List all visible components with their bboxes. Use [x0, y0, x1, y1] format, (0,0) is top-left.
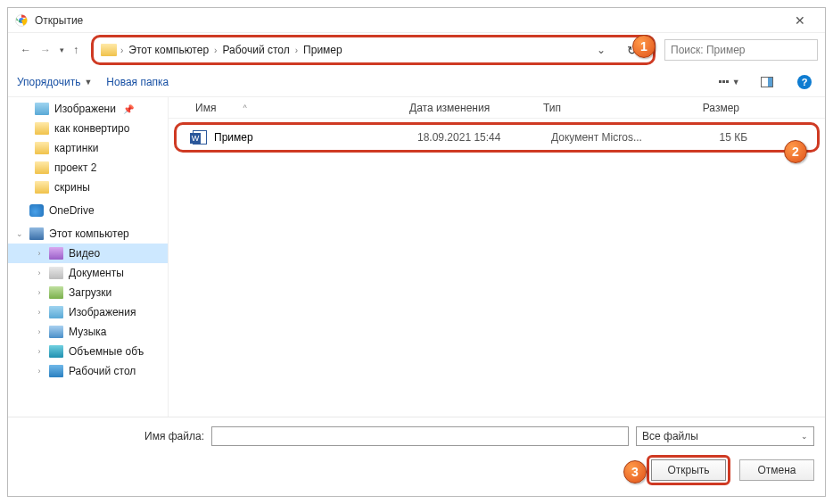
search-input[interactable]: Поиск: Пример: [664, 39, 818, 61]
file-area[interactable]: Пример 18.09.2021 15:44 Документ Micros.…: [169, 119, 825, 417]
video-icon: [49, 247, 63, 260]
folder-icon: [101, 44, 117, 56]
help-icon: ?: [797, 75, 812, 89]
new-folder-button[interactable]: Новая папка: [106, 76, 169, 88]
col-date[interactable]: Дата изменения: [409, 102, 543, 114]
word-doc-icon: [193, 130, 207, 145]
sidebar: Изображени📌 как конвертиро картинки прое…: [8, 97, 169, 417]
expand-icon[interactable]: ›: [35, 249, 44, 258]
open-button[interactable]: Открыть: [651, 459, 726, 481]
address-bar[interactable]: › Этот компьютер › Рабочий стол › Пример…: [94, 42, 653, 58]
sidebar-item[interactable]: как конвертиро: [8, 119, 168, 138]
footer: Имя файла: Все файлы⌄ Открыть Отмена: [8, 417, 825, 496]
3d-icon: [49, 345, 63, 358]
forward-button[interactable]: →: [40, 44, 51, 56]
open-button-highlight: Открыть: [647, 455, 730, 485]
callout-1: 1: [632, 35, 656, 58]
chevron-down-icon: ⌄: [801, 432, 808, 441]
sidebar-item[interactable]: ›Загрузки: [8, 283, 168, 302]
close-button[interactable]: ✕: [782, 13, 818, 28]
file-name: Пример: [214, 131, 417, 144]
file-open-dialog: Открытие ✕ ← → ▾ ↑ › Этот компьютер › Ра…: [7, 7, 826, 497]
sidebar-onedrive[interactable]: OneDrive: [8, 201, 168, 220]
sort-asc-icon: ^: [243, 103, 246, 112]
pin-icon: 📌: [123, 104, 134, 114]
desktop-icon: [49, 365, 63, 377]
col-name[interactable]: Имя^: [195, 102, 409, 114]
help-button[interactable]: ?: [793, 72, 816, 92]
address-dropdown[interactable]: ⌄: [588, 44, 614, 56]
sidebar-item[interactable]: ›Документы: [8, 263, 168, 283]
folder-icon: [35, 181, 49, 194]
sidebar-item[interactable]: проект 2: [8, 158, 168, 178]
chevron-right-icon: ›: [295, 45, 298, 55]
sidebar-item[interactable]: картинки: [8, 138, 168, 158]
folder-icon: [35, 142, 49, 154]
callout-3: 3: [623, 460, 647, 483]
navbar: ← → ▾ ↑ › Этот компьютер › Рабочий стол …: [8, 33, 825, 67]
folder-icon: [35, 122, 49, 135]
filename-input[interactable]: [211, 426, 629, 446]
sidebar-item[interactable]: ›Музыка: [8, 322, 168, 342]
chevron-right-icon: ›: [120, 45, 123, 55]
col-type[interactable]: Тип: [543, 102, 668, 114]
sidebar-item[interactable]: ›Изображения: [8, 302, 168, 322]
organize-button[interactable]: Упорядочить ▼: [17, 76, 92, 88]
file-date: 18.09.2021 15:44: [417, 131, 551, 144]
col-size[interactable]: Размер: [668, 102, 739, 114]
downloads-icon: [49, 286, 63, 299]
preview-icon: [761, 77, 773, 87]
collapse-icon[interactable]: ⌄: [15, 229, 24, 238]
pc-icon: [29, 227, 44, 240]
chevron-right-icon: ›: [214, 45, 217, 55]
body: Изображени📌 как конвертиро картинки прое…: [8, 97, 825, 417]
window-title: Открытие: [35, 14, 782, 27]
recent-dropdown[interactable]: ▾: [60, 45, 64, 54]
back-button[interactable]: ←: [21, 44, 31, 56]
file-list-area: Имя^ Дата изменения Тип Размер Пример 18…: [169, 97, 825, 417]
sidebar-item[interactable]: ›Видео: [8, 244, 168, 263]
file-type: Документ Micros...: [551, 131, 676, 144]
cancel-button[interactable]: Отмена: [739, 459, 814, 481]
sidebar-item[interactable]: Изображени📌: [8, 99, 168, 119]
onedrive-icon: [29, 204, 44, 217]
address-bar-highlight: › Этот компьютер › Рабочий стол › Пример…: [91, 35, 656, 65]
file-size: 15 КБ: [676, 131, 747, 144]
file-row-highlight: Пример 18.09.2021 15:44 Документ Micros.…: [174, 122, 820, 153]
chevron-down-icon: ▼: [84, 78, 92, 87]
sidebar-item[interactable]: ›Рабочий стол: [8, 361, 168, 381]
titlebar: Открытие ✕: [8, 8, 825, 33]
sidebar-thispc[interactable]: ⌄Этот компьютер: [8, 224, 168, 244]
sidebar-item[interactable]: ›Объемные объ: [8, 342, 168, 361]
search-placeholder: Поиск: Пример: [671, 44, 746, 56]
sidebar-item[interactable]: скрины: [8, 178, 168, 197]
toolbar: Упорядочить ▼ Новая папка ▼ ?: [8, 67, 825, 97]
chrome-icon: [15, 14, 28, 27]
folder-icon: [35, 161, 49, 174]
breadcrumb-item[interactable]: Этот компьютер: [127, 42, 210, 58]
filename-label: Имя файла:: [19, 430, 204, 442]
view-mode-button[interactable]: ▼: [718, 72, 741, 92]
column-headers: Имя^ Дата изменения Тип Размер: [169, 97, 825, 119]
preview-pane-button[interactable]: [755, 72, 779, 92]
music-icon: [49, 326, 63, 338]
nav-arrows: ← → ▾ ↑: [13, 44, 86, 56]
pictures-icon: [49, 306, 63, 318]
callout-2: 2: [784, 140, 807, 163]
breadcrumb-item[interactable]: Пример: [301, 42, 344, 58]
breadcrumb-item[interactable]: Рабочий стол: [220, 42, 291, 58]
file-row[interactable]: Пример 18.09.2021 15:44 Документ Micros.…: [193, 130, 801, 145]
documents-icon: [49, 267, 63, 279]
up-button[interactable]: ↑: [73, 44, 78, 56]
pictures-icon: [35, 103, 49, 115]
file-type-filter[interactable]: Все файлы⌄: [636, 426, 814, 446]
